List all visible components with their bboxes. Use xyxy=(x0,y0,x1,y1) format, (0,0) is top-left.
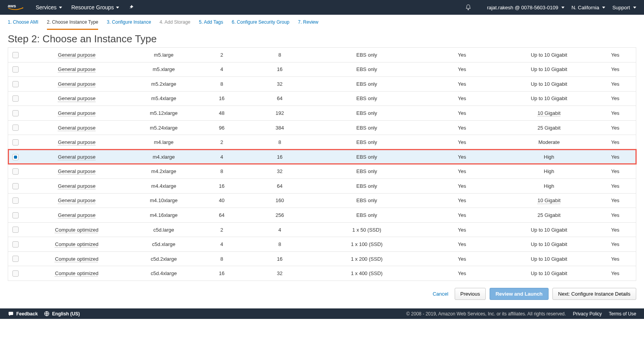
table-row[interactable]: General purposem5.xlarge416EBS onlyYesUp… xyxy=(8,62,636,77)
wizard-step-7[interactable]: 7. Review xyxy=(298,19,319,30)
cell-type: m4.16xlarge xyxy=(131,208,197,223)
region-menu[interactable]: N. California xyxy=(571,5,606,10)
row-checkbox[interactable] xyxy=(12,154,19,160)
services-menu[interactable]: Services xyxy=(36,4,62,10)
cell-type: m5.large xyxy=(131,48,197,62)
table-row[interactable]: General purposem4.2xlarge832EBS onlyYesH… xyxy=(8,164,636,179)
cell-storage: EBS only xyxy=(313,149,421,164)
table-row[interactable]: General purposem4.16xlarge64256EBS onlyY… xyxy=(8,208,636,223)
row-checkbox[interactable] xyxy=(12,66,19,73)
table-row[interactable]: General purposem5.12xlarge48192EBS onlyY… xyxy=(8,106,636,121)
cell-network-performance: 10 Gigabit xyxy=(504,106,595,121)
wizard-step-6[interactable]: 6. Configure Security Group xyxy=(232,19,289,30)
row-checkbox[interactable] xyxy=(12,197,19,204)
cell-storage: EBS only xyxy=(313,164,421,179)
region-label: N. California xyxy=(571,5,599,10)
cancel-link[interactable]: Cancel xyxy=(433,291,448,297)
cell-family: General purpose xyxy=(23,62,131,77)
cell-memory: 64 xyxy=(247,179,313,194)
cell-vcpu: 96 xyxy=(197,120,246,135)
row-checkbox[interactable] xyxy=(12,183,19,189)
cell-memory: 8 xyxy=(247,135,313,150)
terms-link[interactable]: Terms of Use xyxy=(609,311,636,317)
table-row[interactable]: Compute optimizedc5d.xlarge481 x 100 (SS… xyxy=(8,237,636,252)
row-checkbox[interactable] xyxy=(12,168,19,175)
cell-storage: EBS only xyxy=(313,91,421,106)
wizard-actions: Cancel Previous Review and Launch Next: … xyxy=(0,281,644,308)
row-checkbox[interactable] xyxy=(12,125,19,131)
cell-family: General purpose xyxy=(23,149,131,164)
table-row[interactable]: General purposem4.4xlarge1664EBS onlyYes… xyxy=(8,179,636,194)
wizard-step-3[interactable]: 3. Configure Instance xyxy=(107,19,151,30)
row-checkbox[interactable] xyxy=(12,52,19,58)
cell-vcpu: 8 xyxy=(197,251,246,266)
row-checkbox[interactable] xyxy=(12,139,19,145)
previous-button[interactable]: Previous xyxy=(455,288,486,300)
cell-network-performance: Up to 10 Gigabit xyxy=(504,251,595,266)
row-checkbox[interactable] xyxy=(12,95,19,102)
pin-icon[interactable] xyxy=(128,5,134,10)
wizard-step-1[interactable]: 1. Choose AMI xyxy=(8,19,38,30)
cell-storage: 1 x 400 (SSD) xyxy=(313,266,421,281)
bell-icon[interactable] xyxy=(465,4,471,10)
cell-vcpu: 2 xyxy=(197,48,246,62)
row-checkbox[interactable] xyxy=(12,270,19,277)
table-row[interactable]: Compute optimizedc5d.2xlarge8161 x 200 (… xyxy=(8,251,636,266)
cell-family: General purpose xyxy=(23,91,131,106)
support-menu[interactable]: Support xyxy=(612,5,636,10)
row-checkbox[interactable] xyxy=(12,227,19,233)
wizard-step-5[interactable]: 5. Add Tags xyxy=(199,19,223,30)
row-checkbox[interactable] xyxy=(12,256,19,262)
cell-storage: EBS only xyxy=(313,120,421,135)
table-row[interactable]: General purposem4.10xlarge40160EBS onlyY… xyxy=(8,193,636,208)
cell-ebs-optimized: Yes xyxy=(421,237,504,252)
cell-network-performance: High xyxy=(504,179,595,194)
cell-ipv6: Yes xyxy=(595,62,636,77)
row-checkbox[interactable] xyxy=(12,81,19,87)
cell-ipv6: Yes xyxy=(595,48,636,62)
cell-family: General purpose xyxy=(23,208,131,223)
table-row[interactable]: General purposem4.large28EBS onlyYesMode… xyxy=(8,135,636,150)
table-row[interactable]: General purposem5.4xlarge1664EBS onlyYes… xyxy=(8,91,636,106)
aws-logo[interactable]: aws xyxy=(8,3,24,12)
chevron-down-icon xyxy=(116,7,119,9)
language-selector[interactable]: English (US) xyxy=(44,311,80,317)
account-menu[interactable]: rajat.rakesh @ 0078-5603-0109 xyxy=(487,5,564,10)
cell-vcpu: 2 xyxy=(197,135,246,150)
table-row[interactable]: General purposem5.large28EBS onlyYesUp t… xyxy=(8,48,636,62)
cell-type: m5.24xlarge xyxy=(131,120,197,135)
wizard-step-2[interactable]: 2. Choose Instance Type xyxy=(47,19,99,30)
row-checkbox[interactable] xyxy=(12,212,19,218)
row-checkbox[interactable] xyxy=(12,110,19,116)
wizard-steps: 1. Choose AMI2. Choose Instance Type3. C… xyxy=(0,15,644,30)
cell-ebs-optimized: Yes xyxy=(421,149,504,164)
cell-network-performance: Moderate xyxy=(504,135,595,150)
table-row[interactable]: General purposem5.24xlarge96384EBS onlyY… xyxy=(8,120,636,135)
cell-ipv6: Yes xyxy=(595,251,636,266)
cell-memory: 16 xyxy=(247,62,313,77)
table-row[interactable]: Compute optimizedc5d.large241 x 50 (SSD)… xyxy=(8,222,636,237)
table-row[interactable]: General purposem5.2xlarge832EBS onlyYesU… xyxy=(8,77,636,92)
cell-ebs-optimized: Yes xyxy=(421,266,504,281)
cell-network-performance: Up to 10 Gigabit xyxy=(504,237,595,252)
cell-network-performance: Up to 10 Gigabit xyxy=(504,48,595,62)
privacy-link[interactable]: Privacy Policy xyxy=(573,311,602,317)
cell-ebs-optimized: Yes xyxy=(421,179,504,194)
cell-memory: 32 xyxy=(247,164,313,179)
resource-groups-menu[interactable]: Resource Groups xyxy=(71,4,119,10)
cell-storage: 1 x 50 (SSD) xyxy=(313,222,421,237)
cell-memory: 16 xyxy=(247,149,313,164)
cell-ebs-optimized: Yes xyxy=(421,135,504,150)
review-and-launch-button[interactable]: Review and Launch xyxy=(490,288,548,300)
next-configure-button[interactable]: Next: Configure Instance Details xyxy=(552,288,636,300)
table-row[interactable]: General purposem4.xlarge416EBS onlyYesHi… xyxy=(8,149,636,164)
cell-family: General purpose xyxy=(23,77,131,92)
cell-family: General purpose xyxy=(23,135,131,150)
cell-network-performance: Up to 10 Gigabit xyxy=(504,62,595,77)
chevron-down-icon xyxy=(561,7,564,9)
row-checkbox[interactable] xyxy=(12,241,19,248)
cell-type: m4.4xlarge xyxy=(131,179,197,194)
table-row[interactable]: Compute optimizedc5d.4xlarge16321 x 400 … xyxy=(8,266,636,281)
cell-memory: 64 xyxy=(247,91,313,106)
feedback-link[interactable]: Feedback xyxy=(8,311,38,317)
